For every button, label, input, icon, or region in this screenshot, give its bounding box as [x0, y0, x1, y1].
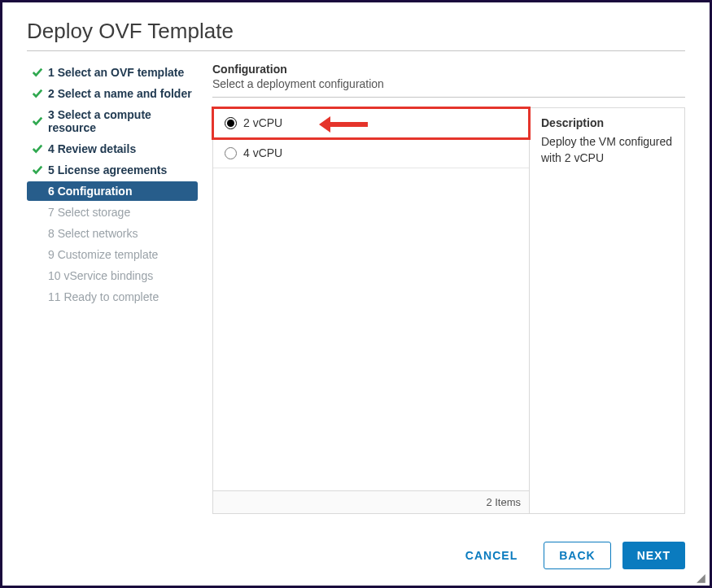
- dialog-title: Deploy OVF Template: [27, 19, 685, 44]
- wizard-step-4[interactable]: 4 Review details: [27, 139, 198, 159]
- description-panel: Description Deploy the VM configured wit…: [530, 108, 684, 513]
- check-icon: [30, 143, 45, 155]
- wizard-step-label: 8 Select networks: [48, 227, 138, 240]
- wizard-steps-sidebar: 1 Select an OVF template 2 Select a name…: [27, 63, 198, 529]
- configuration-options-list: 2 vCPU 4 vCPU 2 Items: [213, 108, 530, 513]
- config-option-label: 4 vCPU: [243, 146, 282, 159]
- resize-grip-icon[interactable]: ◢: [697, 573, 706, 582]
- wizard-step-label: 6 Configuration: [48, 185, 132, 198]
- dialog-content: 1 Select an OVF template 2 Select a name…: [27, 63, 685, 529]
- config-radio-4vcpu[interactable]: [225, 147, 237, 159]
- wizard-step-label: 3 Select a compute resource: [48, 108, 193, 134]
- check-icon: [30, 67, 45, 78]
- config-option-label: 2 vCPU: [243, 116, 282, 129]
- annotation-arrow-icon: [319, 115, 368, 137]
- config-option-2vcpu[interactable]: 2 vCPU: [213, 108, 529, 138]
- wizard-step-9: 9 Customize template: [27, 245, 198, 264]
- config-radio-2vcpu[interactable]: [225, 117, 237, 129]
- wizard-step-10: 10 vService bindings: [27, 266, 198, 285]
- cancel-button[interactable]: CANCEL: [451, 542, 532, 569]
- wizard-step-2[interactable]: 2 Select a name and folder: [27, 84, 198, 103]
- wizard-step-label: 2 Select a name and folder: [48, 87, 192, 100]
- next-button[interactable]: NEXT: [622, 542, 685, 569]
- configuration-split: 2 vCPU 4 vCPU 2 Items Description Deploy…: [212, 107, 685, 514]
- check-icon: [30, 115, 45, 127]
- wizard-step-label: 7 Select storage: [48, 206, 130, 219]
- section-heading: Configuration: [212, 63, 685, 76]
- wizard-step-label: 10 vService bindings: [48, 269, 153, 282]
- section-subheading: Select a deployment configuration: [212, 77, 685, 90]
- config-option-4vcpu[interactable]: 4 vCPU: [213, 138, 529, 168]
- check-icon: [30, 164, 45, 176]
- wizard-step-label: 1 Select an OVF template: [48, 66, 184, 79]
- wizard-step-11: 11 Ready to complete: [27, 287, 198, 307]
- dialog-footer: CANCEL BACK NEXT: [27, 529, 685, 569]
- wizard-step-6[interactable]: 6 Configuration: [27, 181, 198, 201]
- description-heading: Description: [541, 116, 673, 129]
- section-divider: [212, 97, 685, 98]
- wizard-step-3[interactable]: 3 Select a compute resource: [27, 105, 198, 137]
- wizard-step-label: 9 Customize template: [48, 248, 158, 261]
- deploy-ovf-dialog: Deploy OVF Template 1 Select an OVF temp…: [2, 2, 710, 586]
- check-icon: [30, 88, 45, 99]
- back-button[interactable]: BACK: [544, 542, 610, 569]
- wizard-step-label: 11 Ready to complete: [48, 290, 159, 303]
- items-count-footer: 2 Items: [213, 490, 529, 513]
- wizard-step-label: 4 Review details: [48, 142, 136, 155]
- wizard-step-1[interactable]: 1 Select an OVF template: [27, 63, 198, 82]
- wizard-step-5[interactable]: 5 License agreements: [27, 160, 198, 180]
- title-divider: [27, 50, 685, 51]
- wizard-step-7: 7 Select storage: [27, 203, 198, 222]
- wizard-step-8: 8 Select networks: [27, 224, 198, 243]
- description-text: Deploy the VM configured with 2 vCPU: [541, 134, 673, 166]
- wizard-step-label: 5 License agreements: [48, 163, 167, 176]
- main-panel: Configuration Select a deployment config…: [212, 63, 685, 529]
